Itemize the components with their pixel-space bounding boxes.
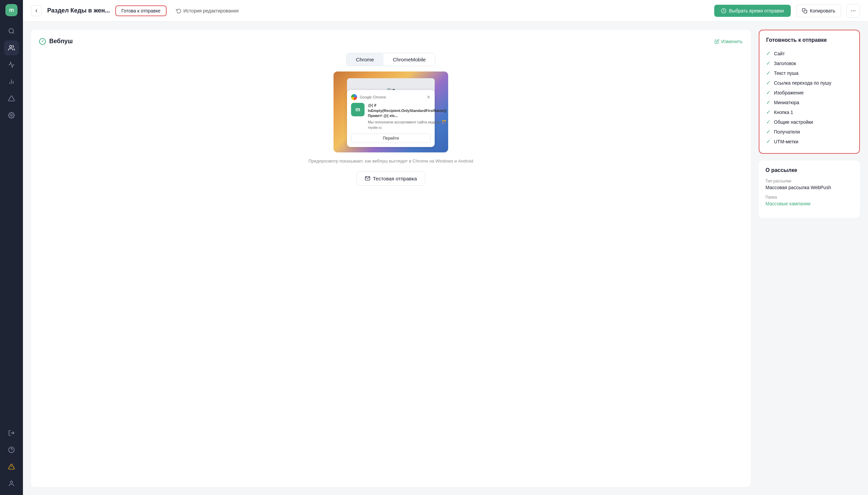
readiness-item-thumbnail: ✓ Миниатюра xyxy=(766,98,852,107)
readiness-item-button1: ✓ Кнопка 1 xyxy=(766,107,852,117)
check-icon-recipients: ✓ xyxy=(766,129,770,135)
check-icon-title: ✓ xyxy=(766,60,770,66)
tab-chrome-mobile[interactable]: ChromeMobile xyxy=(384,53,435,66)
sidebar: m xyxy=(0,0,23,495)
preview-tabs: Chrome ChromeMobile xyxy=(346,53,436,66)
svg-point-15 xyxy=(851,10,852,11)
chrome-notification: Google Chrome ✕ m @{ if IsEmpty(Recipien… xyxy=(347,90,435,147)
notification-text: @{ if IsEmpty(Recipient.OnlyStandardFirs… xyxy=(368,103,446,130)
tab-chrome[interactable]: Chrome xyxy=(347,53,384,66)
notification-action-button[interactable]: Перейти xyxy=(351,134,431,143)
more-button[interactable] xyxy=(847,4,860,18)
sidebar-item-user[interactable] xyxy=(4,476,19,491)
svg-point-2 xyxy=(10,46,12,48)
preview-container: Chrome ChromeMobile 📷 xyxy=(39,53,743,186)
readiness-item-recipients: ✓ Получатели xyxy=(766,127,852,137)
check-icon-general: ✓ xyxy=(766,119,770,125)
about-title: О рассылке xyxy=(765,167,853,173)
sidebar-item-search[interactable] xyxy=(4,23,19,38)
back-button[interactable] xyxy=(31,5,42,16)
about-folder-link[interactable]: Массовые кампании xyxy=(765,201,853,206)
svg-point-16 xyxy=(853,10,853,11)
copy-button[interactable]: Копировать xyxy=(796,4,841,17)
check-icon-button1: ✓ xyxy=(766,109,770,115)
check-icon: ✓ xyxy=(39,38,46,45)
readiness-item-site: ✓ Сайт xyxy=(766,49,852,58)
right-sidebar: Готовность к отправке ✓ Сайт ✓ Заголовок… xyxy=(759,30,860,487)
check-icon-site: ✓ xyxy=(766,50,770,57)
header: Раздел Кеды в жен... Готова к отправке И… xyxy=(23,0,868,21)
main-area: Раздел Кеды в жен... Готова к отправке И… xyxy=(23,0,868,495)
notification-body: m @{ if IsEmpty(Recipient.OnlyStandardFi… xyxy=(351,103,431,130)
sidebar-item-integrations[interactable] xyxy=(4,91,19,106)
about-type-field: Тип рассылки Массовая рассылка WebPush xyxy=(765,179,853,190)
check-icon-thumbnail: ✓ xyxy=(766,99,770,105)
notification-close[interactable]: ✕ xyxy=(427,95,431,100)
check-icon-text: ✓ xyxy=(766,70,770,76)
svg-rect-14 xyxy=(804,10,807,13)
card-header: ✓ Вебпуш Изменить xyxy=(39,38,743,45)
test-send-button[interactable]: Тестовая отправка xyxy=(356,171,426,186)
svg-line-1 xyxy=(13,32,14,34)
chrome-preview-image: 📷 Google Chrome ✕ m @{ if IsEmpty(Reci xyxy=(334,71,448,152)
status-button[interactable]: Готова к отправке xyxy=(115,5,167,16)
readiness-item-image: ✓ Изображение xyxy=(766,88,852,98)
svg-point-6 xyxy=(11,115,13,116)
readiness-item-utm: ✓ UTM-метки xyxy=(766,137,852,146)
readiness-item-link: ✓ Ссылка перехода по пушу xyxy=(766,78,852,88)
readiness-item-general: ✓ Общие настройки xyxy=(766,117,852,127)
sidebar-item-warning[interactable] xyxy=(4,459,19,474)
svg-point-0 xyxy=(9,29,14,33)
svg-point-12 xyxy=(11,481,13,483)
notification-header: Google Chrome ✕ xyxy=(351,94,431,100)
sidebar-item-export[interactable] xyxy=(4,426,19,440)
content-area: ✓ Вебпуш Изменить Chrome ChromeMobile xyxy=(23,21,868,495)
edit-button[interactable]: Изменить xyxy=(715,39,743,44)
readiness-title: Готовность к отправке xyxy=(766,37,852,43)
sidebar-logo: m xyxy=(5,4,18,16)
svg-point-17 xyxy=(854,10,855,11)
sidebar-item-contacts[interactable] xyxy=(4,40,19,55)
check-icon-link: ✓ xyxy=(766,80,770,86)
check-icon-utm: ✓ xyxy=(766,138,770,144)
history-label: История редактирования xyxy=(184,8,239,14)
webpush-card: ✓ Вебпуш Изменить Chrome ChromeMobile xyxy=(31,30,751,487)
app-icon: m xyxy=(351,103,364,116)
readiness-card: Готовность к отправке ✓ Сайт ✓ Заголовок… xyxy=(759,30,860,154)
readiness-item-text: ✓ Текст пуша xyxy=(766,68,852,78)
sidebar-item-settings[interactable] xyxy=(4,108,19,123)
schedule-button[interactable]: Выбрать время отправки xyxy=(714,5,791,17)
about-folder-field: Папка Массовые кампании xyxy=(765,195,853,206)
page-title: Раздел Кеды в жен... xyxy=(47,7,110,14)
chrome-icon xyxy=(351,94,357,100)
preview-caption: Предпросмотр показывает, как вебпуш выгл… xyxy=(309,158,473,165)
check-icon-image: ✓ xyxy=(766,89,770,96)
readiness-item-title: ✓ Заголовок xyxy=(766,58,852,68)
history-button[interactable]: История редактирования xyxy=(172,6,243,16)
card-title: ✓ Вебпуш xyxy=(39,38,73,45)
about-card: О рассылке Тип рассылки Массовая рассылк… xyxy=(759,160,860,218)
sidebar-item-help[interactable] xyxy=(4,442,19,457)
about-type-label: Тип рассылки xyxy=(765,179,853,184)
about-folder-label: Папка xyxy=(765,195,853,200)
about-type-value: Массовая рассылка WebPush xyxy=(765,185,853,190)
sidebar-item-analytics[interactable] xyxy=(4,74,19,89)
sidebar-item-campaigns[interactable] xyxy=(4,57,19,72)
